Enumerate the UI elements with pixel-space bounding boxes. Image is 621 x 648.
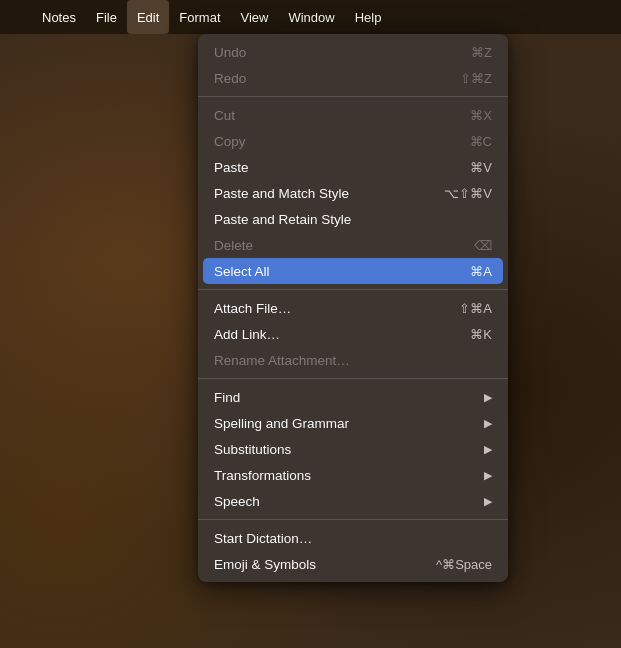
redo-shortcut: ⇧⌘Z [460,71,492,86]
find-label: Find [214,390,474,405]
menu-item-start-dictation[interactable]: Start Dictation… [198,525,508,551]
cut-label: Cut [214,108,450,123]
menu-item-copy[interactable]: Copy ⌘C [198,128,508,154]
redo-label: Redo [214,71,440,86]
substitutions-submenu-arrow: ▶ [484,443,492,456]
attach-file-shortcut: ⇧⌘A [459,301,492,316]
menubar-item-help[interactable]: Help [345,0,392,34]
menu-item-transformations[interactable]: Transformations ▶ [198,462,508,488]
menu-item-delete[interactable]: Delete ⌫ [198,232,508,258]
start-dictation-label: Start Dictation… [214,531,472,546]
separator-1 [198,96,508,97]
transformations-label: Transformations [214,468,474,483]
transformations-submenu-arrow: ▶ [484,469,492,482]
substitutions-label: Substitutions [214,442,474,457]
emoji-symbols-label: Emoji & Symbols [214,557,416,572]
spelling-grammar-label: Spelling and Grammar [214,416,474,431]
spelling-grammar-submenu-arrow: ▶ [484,417,492,430]
menu-item-attach-file[interactable]: Attach File… ⇧⌘A [198,295,508,321]
emoji-symbols-shortcut: ^⌘Space [436,557,492,572]
menu-item-rename-attachment[interactable]: Rename Attachment… [198,347,508,373]
paste-retain-label: Paste and Retain Style [214,212,472,227]
paste-match-label: Paste and Match Style [214,186,424,201]
speech-submenu-arrow: ▶ [484,495,492,508]
select-all-shortcut: ⌘A [470,264,492,279]
paste-shortcut: ⌘V [470,160,492,175]
undo-label: Undo [214,45,451,60]
menubar-item-edit[interactable]: Edit [127,0,169,34]
apple-menu-item[interactable] [8,0,32,34]
cut-shortcut: ⌘X [470,108,492,123]
separator-3 [198,378,508,379]
menubar-item-format[interactable]: Format [169,0,230,34]
menu-item-add-link[interactable]: Add Link… ⌘K [198,321,508,347]
menu-item-spelling-grammar[interactable]: Spelling and Grammar ▶ [198,410,508,436]
menu-item-paste-match[interactable]: Paste and Match Style ⌥⇧⌘V [198,180,508,206]
menu-item-select-all[interactable]: Select All ⌘A [203,258,503,284]
speech-label: Speech [214,494,474,509]
edit-menu-dropdown: Undo ⌘Z Redo ⇧⌘Z Cut ⌘X Copy ⌘C Paste ⌘V… [198,34,508,582]
rename-attachment-label: Rename Attachment… [214,353,472,368]
copy-shortcut: ⌘C [470,134,492,149]
find-submenu-arrow: ▶ [484,391,492,404]
menu-item-find[interactable]: Find ▶ [198,384,508,410]
menu-item-substitutions[interactable]: Substitutions ▶ [198,436,508,462]
add-link-shortcut: ⌘K [470,327,492,342]
menu-item-undo[interactable]: Undo ⌘Z [198,39,508,65]
undo-shortcut: ⌘Z [471,45,492,60]
menu-item-redo[interactable]: Redo ⇧⌘Z [198,65,508,91]
menubar-item-notes[interactable]: Notes [32,0,86,34]
menubar-item-file[interactable]: File [86,0,127,34]
menu-item-emoji-symbols[interactable]: Emoji & Symbols ^⌘Space [198,551,508,577]
attach-file-label: Attach File… [214,301,439,316]
menubar: Notes File Edit Format View Window Help [0,0,621,34]
select-all-label: Select All [214,264,450,279]
separator-2 [198,289,508,290]
menubar-item-view[interactable]: View [231,0,279,34]
add-link-label: Add Link… [214,327,450,342]
menu-item-cut[interactable]: Cut ⌘X [198,102,508,128]
menu-item-paste-retain[interactable]: Paste and Retain Style [198,206,508,232]
separator-4 [198,519,508,520]
menubar-item-window[interactable]: Window [278,0,344,34]
copy-label: Copy [214,134,450,149]
menu-item-paste[interactable]: Paste ⌘V [198,154,508,180]
paste-label: Paste [214,160,450,175]
paste-match-shortcut: ⌥⇧⌘V [444,186,492,201]
delete-shortcut: ⌫ [474,238,492,253]
delete-label: Delete [214,238,454,253]
menu-item-speech[interactable]: Speech ▶ [198,488,508,514]
edit-menu: Undo ⌘Z Redo ⇧⌘Z Cut ⌘X Copy ⌘C Paste ⌘V… [198,34,508,582]
